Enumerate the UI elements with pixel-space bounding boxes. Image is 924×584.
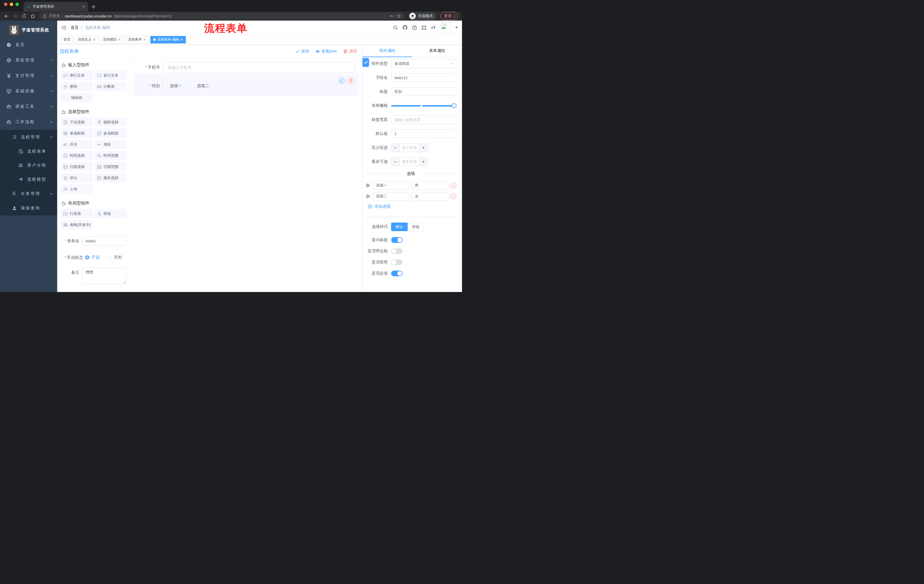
bookmark-star-icon[interactable] (396, 14, 401, 18)
show-label-switch[interactable] (391, 237, 403, 243)
address-bar[interactable]: 不安全 dashboard.yudao.iocoder.cn /bpm/mana… (39, 12, 404, 20)
field-name-input[interactable] (391, 73, 456, 82)
palette-item-date-range[interactable]: 日期范围 (94, 162, 126, 171)
disabled-switch[interactable] (391, 260, 403, 265)
clear-button[interactable]: 清空 (343, 49, 357, 54)
tab-close-icon[interactable] (82, 5, 85, 8)
tag-process-model[interactable]: 流程模型 (100, 36, 124, 43)
sidebar-item-user-group[interactable]: 用户分组 (0, 158, 57, 172)
sidebar-item-dev-tools[interactable]: 研发工具 (0, 99, 57, 114)
option-value-input[interactable] (412, 192, 448, 201)
title-input[interactable] (391, 87, 456, 96)
palette-item-password[interactable]: 密码 (61, 82, 92, 91)
remove-option-button[interactable] (450, 183, 456, 188)
tab-component-props[interactable]: 组件属性 (363, 44, 412, 57)
sidebar-item-workflow[interactable]: 工作流程 (0, 114, 57, 130)
palette-item-single-line-text[interactable]: 单行文本 (61, 71, 92, 80)
avatar[interactable] (440, 22, 451, 33)
font-size-icon[interactable]: ᴛT (431, 25, 436, 30)
option-name-input[interactable] (373, 181, 409, 190)
phone-input[interactable] (163, 62, 355, 72)
add-option-button[interactable]: 添加选项 (368, 204, 456, 209)
label-width-input[interactable] (391, 115, 456, 124)
minimize-window-button[interactable] (10, 3, 13, 6)
form-name-input[interactable] (82, 236, 126, 245)
sidebar-item-home[interactable]: 首页 (0, 37, 57, 53)
stepper-decrease-button[interactable] (391, 158, 399, 166)
palette-item-upload[interactable]: 上传 (61, 184, 92, 194)
status-on-radio[interactable]: 开启 (85, 255, 99, 260)
palette-item-time-picker[interactable]: 时间选择 (61, 151, 92, 160)
stepper-value[interactable]: 至少应选 (399, 144, 419, 152)
stepper-increase-button[interactable] (419, 144, 427, 152)
tag-process-form[interactable]: 流程表单 (125, 36, 148, 43)
sidebar-collapse-button[interactable] (57, 25, 71, 30)
tag-close-icon[interactable] (143, 38, 146, 41)
window-controls[interactable] (4, 0, 19, 9)
sidebar-item-process-form[interactable]: 流程表单 (0, 144, 57, 158)
tag-process-definition[interactable]: 流程定义 (75, 36, 98, 43)
style-default-button[interactable]: 默认 (391, 222, 408, 231)
palette-item-editor[interactable]: 编辑器 (61, 93, 92, 102)
update-button[interactable]: 更新 (440, 12, 458, 20)
browser-tab[interactable]: 芋道管理系统 (23, 2, 88, 12)
remark-textarea[interactable]: 嘿嘿 (82, 268, 126, 284)
password-key-icon[interactable] (390, 14, 394, 18)
palette-item-slider[interactable]: 滑块 (94, 140, 126, 149)
option-name-input[interactable] (373, 192, 409, 201)
fullscreen-icon[interactable] (421, 25, 427, 30)
required-switch[interactable] (391, 271, 403, 276)
home-icon[interactable] (30, 14, 35, 18)
reload-icon[interactable] (22, 14, 26, 18)
copy-component-button[interactable] (338, 77, 345, 84)
palette-item-switch[interactable]: 开关 (61, 140, 92, 149)
drag-handle-icon[interactable] (365, 183, 371, 188)
sidebar-item-leave-query[interactable]: 请假查询 (0, 201, 57, 216)
breadcrumb-home[interactable]: 首页 (71, 25, 79, 30)
sidebar-item-process-management[interactable]: 流程管理 (0, 130, 57, 144)
tag-home[interactable]: 首页 (61, 36, 73, 43)
status-off-radio[interactable]: 关闭 (107, 255, 122, 260)
stepper-value[interactable]: 最多可选 (399, 158, 419, 166)
sidebar-item-payment[interactable]: 支付管理 (0, 68, 57, 84)
forward-icon[interactable] (13, 14, 18, 18)
palette-item-table[interactable]: 表格[开发中] (61, 220, 92, 229)
browser-menu-icon[interactable] (454, 14, 455, 18)
palette-item-rate[interactable]: 评分 (61, 173, 92, 183)
palette-item-counter[interactable]: 123计数器 (94, 82, 126, 91)
sidebar-item-system[interactable]: 系统管理 (0, 53, 57, 68)
palette-item-checkbox-group[interactable]: 多选框组 (94, 128, 126, 138)
palette-item-radio-group[interactable]: 单选框组 (61, 128, 92, 138)
save-button[interactable]: 保存 (295, 49, 309, 54)
tab-form-props[interactable]: 表单属性 (412, 44, 462, 57)
tag-close-icon[interactable] (118, 38, 120, 41)
palette-item-date-picker[interactable]: 日期选择 (61, 162, 92, 171)
sidebar-item-infrastructure[interactable]: 基础设施 (0, 84, 57, 99)
palette-item-time-range[interactable]: 时间范围 (94, 151, 126, 160)
form-canvas[interactable]: 手机号 (130, 58, 362, 292)
border-switch[interactable] (391, 248, 403, 254)
palette-item-row-container[interactable]: 行容器 (61, 209, 92, 218)
gender-option1-checkbox[interactable]: 选项一 (163, 84, 182, 89)
drag-handle-icon[interactable] (365, 194, 371, 199)
zoom-window-button[interactable] (15, 3, 19, 6)
view-json-button[interactable]: 查看json (315, 49, 337, 54)
option-value-input[interactable] (412, 181, 448, 190)
palette-item-cascader[interactable]: 级联选择 (94, 117, 126, 127)
gender-option2-checkbox[interactable]: 选项二 (190, 84, 209, 89)
link-drawer-handle[interactable] (363, 58, 369, 67)
slider-track[interactable] (391, 105, 454, 107)
help-icon[interactable] (412, 25, 417, 30)
avatar-caret-icon[interactable] (455, 27, 458, 30)
default-value-input[interactable] (391, 130, 456, 138)
palette-item-button[interactable]: 按钮 (94, 209, 126, 218)
style-button-button[interactable]: 按钮 (408, 222, 424, 231)
component-type-select[interactable] (391, 59, 456, 68)
palette-item-color-picker[interactable]: 颜色选择 (94, 173, 126, 183)
delete-component-button[interactable] (348, 77, 354, 84)
tag-process-form-edit-active[interactable]: 流程表单-编辑 (150, 36, 186, 43)
tag-close-icon[interactable] (180, 38, 183, 41)
search-icon[interactable] (393, 25, 398, 30)
palette-item-select[interactable]: 下拉选择 (61, 117, 92, 127)
github-icon[interactable] (402, 25, 408, 30)
